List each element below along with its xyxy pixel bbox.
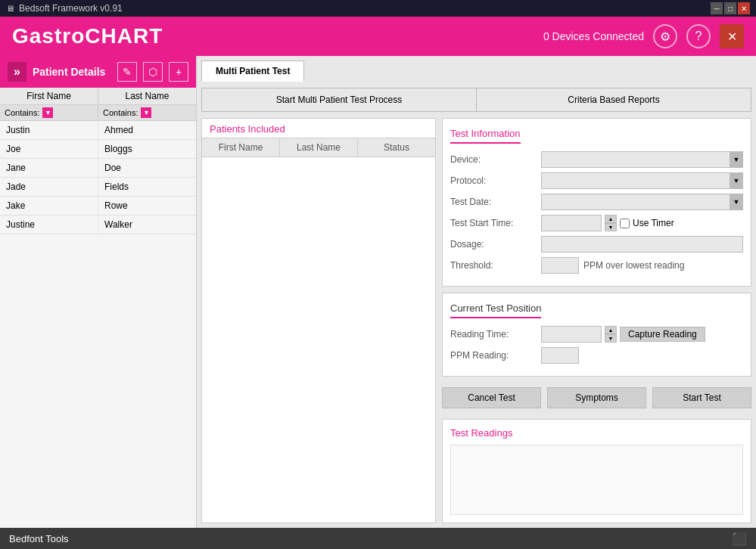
title-bar: 🖥 Bedsoft Framework v0.91 ─ □ ✕ (0, 0, 756, 17)
sidebar-add-button[interactable]: + (169, 62, 188, 82)
criteria-based-reports-button[interactable]: Criteria Based Reports (477, 88, 751, 111)
reading-time-spinners: ▲ ▼ (605, 326, 617, 343)
patient-last-name: Bloggs (98, 140, 196, 158)
use-timer-checkbox[interactable] (620, 219, 630, 228)
first-name-filter: Contains: ▼ (0, 105, 98, 120)
patient-last-name: Fields (98, 178, 196, 196)
list-item[interactable]: Justine Walker (0, 216, 196, 234)
reading-time-group: ▲ ▼ Capture Reading (541, 326, 705, 343)
dosage-input[interactable] (541, 236, 743, 253)
test-start-time-input[interactable] (541, 215, 602, 231)
action-button-row: Start Multi Patient Test Process Criteri… (201, 88, 751, 112)
time-spinner-up[interactable]: ▲ (605, 215, 617, 223)
protocol-select[interactable] (541, 172, 743, 189)
sidebar: » Patient Details ✎ ⬡ + First Name Last … (0, 56, 197, 528)
title-bar-text: Bedsoft Framework v0.91 (19, 3, 123, 14)
cancel-test-button[interactable]: Cancel Test (442, 387, 541, 408)
app-icon: 🖥 (6, 4, 14, 13)
filter-label-first: Contains: (5, 108, 39, 117)
capture-reading-button[interactable]: Capture Reading (620, 327, 705, 342)
test-date-select-wrapper: ▼ (541, 194, 743, 210)
test-date-select[interactable] (541, 194, 743, 210)
reading-time-row: Reading Time: ▲ ▼ Capture Reading (450, 326, 743, 343)
current-test-position-title: Current Test Position (450, 302, 541, 318)
time-spinner-down[interactable]: ▼ (605, 223, 617, 231)
patient-last-name: Doe (98, 159, 196, 177)
patients-included-panel: Patients Included First Name Last Name S… (201, 118, 436, 523)
list-item[interactable]: Joe Bloggs (0, 140, 196, 159)
status-expand-icon[interactable]: ⬛ (732, 532, 747, 546)
maximize-button[interactable]: □ (724, 2, 736, 14)
ppm-reading-label: PPM Reading: (450, 350, 541, 361)
content-area: Multi Patient Test Start Multi Patient T… (197, 56, 756, 528)
patients-included-label: Patients Included (202, 119, 435, 138)
tab-multi-patient-test[interactable]: Multi Patient Test (201, 60, 304, 82)
ppm-reading-row: PPM Reading: (450, 347, 743, 364)
threshold-suffix: PPM over lowest reading (583, 260, 684, 271)
last-name-column-header[interactable]: Last Name (98, 88, 196, 104)
device-select-wrapper: ▼ (541, 151, 743, 168)
titlebar-close-button[interactable]: ✕ (738, 2, 750, 14)
list-item[interactable]: Jade Fields (0, 178, 196, 197)
app-title: GastroCHART (12, 24, 163, 48)
filter-dropdown-first[interactable]: ▼ (42, 107, 53, 118)
filter-dropdown-last[interactable]: ▼ (141, 107, 151, 118)
protocol-select-wrapper: ▼ (541, 172, 743, 189)
sidebar-title: Patient Details (33, 66, 111, 78)
sidebar-edit-button[interactable]: ✎ (117, 62, 137, 82)
protocol-label: Protocol: (450, 175, 541, 186)
main-area: » Patient Details ✎ ⬡ + First Name Last … (0, 56, 756, 528)
time-input-group: ▲ ▼ Use Timer (541, 215, 674, 231)
time-spinners: ▲ ▼ (605, 215, 617, 231)
ppm-reading-input[interactable] (541, 347, 579, 364)
filter-row: Contains: ▼ Contains: ▼ (0, 105, 196, 121)
app-header: GastroCHART 0 Devices Connected ⚙ ? ✕ (0, 17, 756, 56)
sidebar-export-button[interactable]: ⬡ (143, 62, 163, 82)
test-date-row: Test Date: ▼ (450, 194, 743, 210)
col-status: Status (358, 138, 435, 157)
threshold-label: Threshold: (450, 260, 541, 271)
first-name-column-header[interactable]: First Name (0, 88, 98, 104)
protocol-row: Protocol: ▼ (450, 172, 743, 189)
list-item[interactable]: Jake Rowe (0, 197, 196, 216)
reading-time-input[interactable] (541, 326, 602, 343)
patients-table: First Name Last Name Status (202, 138, 435, 523)
dosage-label: Dosage: (450, 239, 541, 250)
start-test-button[interactable]: Start Test (652, 387, 751, 408)
list-item[interactable]: Jane Doe (0, 159, 196, 178)
device-row: Device: ▼ (450, 151, 743, 168)
patient-list: Justin Ahmed Joe Bloggs Jane Doe Jade Fi… (0, 121, 196, 528)
patient-first-name: Jane (0, 159, 98, 177)
tabs-bar: Multi Patient Test (201, 60, 751, 82)
sidebar-header: » Patient Details ✎ ⬡ + (0, 56, 196, 88)
reading-time-up[interactable]: ▲ (605, 326, 617, 334)
device-select[interactable] (541, 151, 743, 168)
sidebar-nav-button[interactable]: » (8, 62, 26, 82)
test-readings-title: Test Readings (450, 427, 743, 439)
test-information-box: Test Information Device: ▼ Protocol: ▼ (442, 118, 751, 287)
reading-time-down[interactable]: ▼ (605, 334, 617, 343)
patient-last-name: Ahmed (98, 121, 196, 139)
use-timer-group: Use Timer (620, 218, 674, 228)
dosage-row: Dosage: (450, 236, 743, 253)
col-first-name: First Name (202, 138, 280, 157)
settings-button[interactable]: ⚙ (653, 24, 677, 48)
status-bar: Bedfont Tools ⬛ (0, 528, 756, 549)
threshold-input[interactable] (541, 257, 579, 274)
threshold-row: Threshold: PPM over lowest reading (450, 257, 743, 274)
patient-first-name: Jake (0, 197, 98, 215)
test-start-time-row: Test Start Time: ▲ ▼ Use Timer (450, 215, 743, 231)
patient-last-name: Rowe (98, 197, 196, 215)
patient-last-name: Walker (98, 216, 196, 234)
current-test-position-box: Current Test Position Reading Time: ▲ ▼ … (442, 293, 751, 377)
patient-first-name: Justin (0, 121, 98, 139)
symptoms-button[interactable]: Symptoms (547, 387, 646, 408)
start-multi-patient-test-button[interactable]: Start Multi Patient Test Process (202, 88, 477, 111)
minimize-button[interactable]: ─ (711, 2, 723, 14)
use-timer-label: Use Timer (633, 218, 674, 228)
test-date-label: Test Date: (450, 197, 541, 207)
app-close-button[interactable]: ✕ (720, 24, 744, 48)
list-item[interactable]: Justin Ahmed (0, 121, 196, 140)
help-button[interactable]: ? (686, 24, 711, 48)
filter-label-last: Contains: (103, 108, 138, 117)
